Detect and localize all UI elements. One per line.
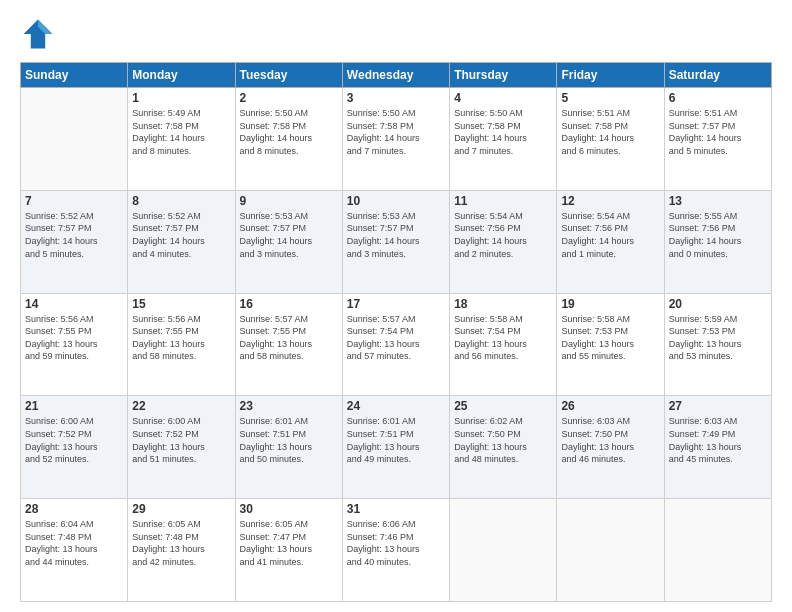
day-of-week-header: Friday (557, 63, 664, 88)
calendar-day-cell: 16Sunrise: 5:57 AM Sunset: 7:55 PM Dayli… (235, 293, 342, 396)
day-number: 22 (132, 399, 230, 413)
day-info: Sunrise: 6:01 AM Sunset: 7:51 PM Dayligh… (240, 415, 338, 465)
calendar-week-row: 28Sunrise: 6:04 AM Sunset: 7:48 PM Dayli… (21, 499, 772, 602)
day-number: 5 (561, 91, 659, 105)
calendar-week-row: 7Sunrise: 5:52 AM Sunset: 7:57 PM Daylig… (21, 190, 772, 293)
header (20, 16, 772, 52)
day-of-week-header: Wednesday (342, 63, 449, 88)
day-info: Sunrise: 5:55 AM Sunset: 7:56 PM Dayligh… (669, 210, 767, 260)
calendar-week-row: 21Sunrise: 6:00 AM Sunset: 7:52 PM Dayli… (21, 396, 772, 499)
calendar-day-cell: 8Sunrise: 5:52 AM Sunset: 7:57 PM Daylig… (128, 190, 235, 293)
day-number: 30 (240, 502, 338, 516)
day-info: Sunrise: 6:00 AM Sunset: 7:52 PM Dayligh… (132, 415, 230, 465)
calendar-day-cell: 24Sunrise: 6:01 AM Sunset: 7:51 PM Dayli… (342, 396, 449, 499)
day-info: Sunrise: 5:52 AM Sunset: 7:57 PM Dayligh… (132, 210, 230, 260)
day-info: Sunrise: 5:58 AM Sunset: 7:53 PM Dayligh… (561, 313, 659, 363)
calendar-day-cell: 10Sunrise: 5:53 AM Sunset: 7:57 PM Dayli… (342, 190, 449, 293)
day-info: Sunrise: 6:06 AM Sunset: 7:46 PM Dayligh… (347, 518, 445, 568)
calendar-day-cell: 17Sunrise: 5:57 AM Sunset: 7:54 PM Dayli… (342, 293, 449, 396)
day-info: Sunrise: 5:53 AM Sunset: 7:57 PM Dayligh… (347, 210, 445, 260)
day-number: 17 (347, 297, 445, 311)
page: SundayMondayTuesdayWednesdayThursdayFrid… (0, 0, 792, 612)
calendar-day-cell: 20Sunrise: 5:59 AM Sunset: 7:53 PM Dayli… (664, 293, 771, 396)
day-number: 20 (669, 297, 767, 311)
day-info: Sunrise: 6:02 AM Sunset: 7:50 PM Dayligh… (454, 415, 552, 465)
day-number: 13 (669, 194, 767, 208)
day-of-week-header: Thursday (450, 63, 557, 88)
day-number: 23 (240, 399, 338, 413)
calendar-day-cell: 9Sunrise: 5:53 AM Sunset: 7:57 PM Daylig… (235, 190, 342, 293)
calendar-week-row: 14Sunrise: 5:56 AM Sunset: 7:55 PM Dayli… (21, 293, 772, 396)
day-info: Sunrise: 6:01 AM Sunset: 7:51 PM Dayligh… (347, 415, 445, 465)
calendar-day-cell: 25Sunrise: 6:02 AM Sunset: 7:50 PM Dayli… (450, 396, 557, 499)
day-number: 26 (561, 399, 659, 413)
day-number: 25 (454, 399, 552, 413)
day-of-week-header: Tuesday (235, 63, 342, 88)
calendar-day-cell: 5Sunrise: 5:51 AM Sunset: 7:58 PM Daylig… (557, 88, 664, 191)
calendar-week-row: 1Sunrise: 5:49 AM Sunset: 7:58 PM Daylig… (21, 88, 772, 191)
calendar-day-cell (21, 88, 128, 191)
calendar-day-cell (450, 499, 557, 602)
day-info: Sunrise: 5:57 AM Sunset: 7:54 PM Dayligh… (347, 313, 445, 363)
calendar-day-cell (664, 499, 771, 602)
day-info: Sunrise: 5:51 AM Sunset: 7:57 PM Dayligh… (669, 107, 767, 157)
day-number: 18 (454, 297, 552, 311)
calendar-day-cell: 19Sunrise: 5:58 AM Sunset: 7:53 PM Dayli… (557, 293, 664, 396)
day-number: 11 (454, 194, 552, 208)
day-number: 19 (561, 297, 659, 311)
calendar-day-cell: 31Sunrise: 6:06 AM Sunset: 7:46 PM Dayli… (342, 499, 449, 602)
day-info: Sunrise: 6:04 AM Sunset: 7:48 PM Dayligh… (25, 518, 123, 568)
calendar-day-cell: 30Sunrise: 6:05 AM Sunset: 7:47 PM Dayli… (235, 499, 342, 602)
day-number: 4 (454, 91, 552, 105)
day-number: 21 (25, 399, 123, 413)
day-number: 28 (25, 502, 123, 516)
calendar-day-cell: 22Sunrise: 6:00 AM Sunset: 7:52 PM Dayli… (128, 396, 235, 499)
day-number: 12 (561, 194, 659, 208)
calendar-day-cell: 28Sunrise: 6:04 AM Sunset: 7:48 PM Dayli… (21, 499, 128, 602)
day-info: Sunrise: 5:58 AM Sunset: 7:54 PM Dayligh… (454, 313, 552, 363)
calendar-day-cell: 4Sunrise: 5:50 AM Sunset: 7:58 PM Daylig… (450, 88, 557, 191)
calendar-day-cell (557, 499, 664, 602)
day-info: Sunrise: 5:59 AM Sunset: 7:53 PM Dayligh… (669, 313, 767, 363)
day-of-week-header: Saturday (664, 63, 771, 88)
day-number: 6 (669, 91, 767, 105)
day-number: 8 (132, 194, 230, 208)
day-info: Sunrise: 5:51 AM Sunset: 7:58 PM Dayligh… (561, 107, 659, 157)
day-number: 15 (132, 297, 230, 311)
calendar-day-cell: 14Sunrise: 5:56 AM Sunset: 7:55 PM Dayli… (21, 293, 128, 396)
calendar-day-cell: 2Sunrise: 5:50 AM Sunset: 7:58 PM Daylig… (235, 88, 342, 191)
day-of-week-header: Monday (128, 63, 235, 88)
day-info: Sunrise: 5:54 AM Sunset: 7:56 PM Dayligh… (561, 210, 659, 260)
day-number: 16 (240, 297, 338, 311)
day-info: Sunrise: 5:53 AM Sunset: 7:57 PM Dayligh… (240, 210, 338, 260)
day-number: 7 (25, 194, 123, 208)
day-info: Sunrise: 5:50 AM Sunset: 7:58 PM Dayligh… (454, 107, 552, 157)
day-info: Sunrise: 5:49 AM Sunset: 7:58 PM Dayligh… (132, 107, 230, 157)
day-info: Sunrise: 5:50 AM Sunset: 7:58 PM Dayligh… (240, 107, 338, 157)
day-number: 9 (240, 194, 338, 208)
day-number: 3 (347, 91, 445, 105)
calendar-day-cell: 21Sunrise: 6:00 AM Sunset: 7:52 PM Dayli… (21, 396, 128, 499)
day-number: 14 (25, 297, 123, 311)
calendar-day-cell: 13Sunrise: 5:55 AM Sunset: 7:56 PM Dayli… (664, 190, 771, 293)
calendar-day-cell: 27Sunrise: 6:03 AM Sunset: 7:49 PM Dayli… (664, 396, 771, 499)
day-info: Sunrise: 5:56 AM Sunset: 7:55 PM Dayligh… (132, 313, 230, 363)
day-number: 24 (347, 399, 445, 413)
calendar-day-cell: 12Sunrise: 5:54 AM Sunset: 7:56 PM Dayli… (557, 190, 664, 293)
logo (20, 16, 60, 52)
calendar-day-cell: 11Sunrise: 5:54 AM Sunset: 7:56 PM Dayli… (450, 190, 557, 293)
calendar-day-cell: 18Sunrise: 5:58 AM Sunset: 7:54 PM Dayli… (450, 293, 557, 396)
logo-icon (20, 16, 56, 52)
day-number: 2 (240, 91, 338, 105)
day-number: 31 (347, 502, 445, 516)
day-info: Sunrise: 6:05 AM Sunset: 7:48 PM Dayligh… (132, 518, 230, 568)
calendar: SundayMondayTuesdayWednesdayThursdayFrid… (20, 62, 772, 602)
calendar-day-cell: 3Sunrise: 5:50 AM Sunset: 7:58 PM Daylig… (342, 88, 449, 191)
calendar-day-cell: 15Sunrise: 5:56 AM Sunset: 7:55 PM Dayli… (128, 293, 235, 396)
day-info: Sunrise: 5:57 AM Sunset: 7:55 PM Dayligh… (240, 313, 338, 363)
day-number: 29 (132, 502, 230, 516)
calendar-day-cell: 23Sunrise: 6:01 AM Sunset: 7:51 PM Dayli… (235, 396, 342, 499)
day-info: Sunrise: 5:56 AM Sunset: 7:55 PM Dayligh… (25, 313, 123, 363)
calendar-day-cell: 29Sunrise: 6:05 AM Sunset: 7:48 PM Dayli… (128, 499, 235, 602)
day-number: 1 (132, 91, 230, 105)
